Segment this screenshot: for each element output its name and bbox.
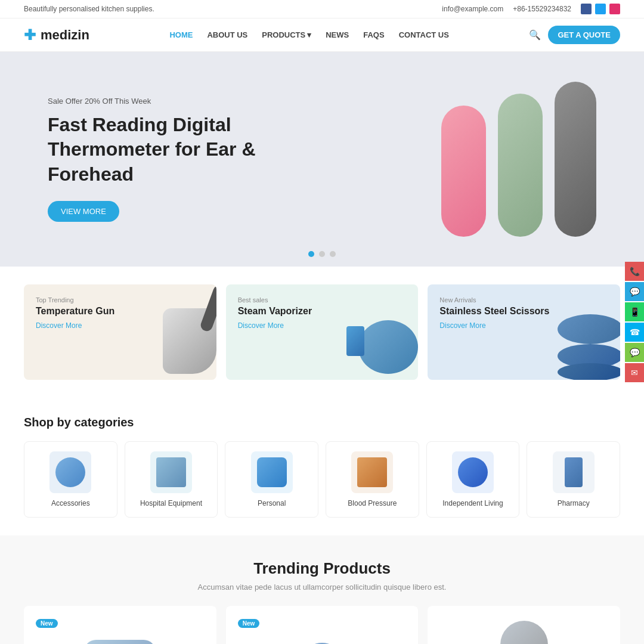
top-bar: Beautifully personalised kitchen supplie…: [0, 0, 644, 18]
search-button[interactable]: 🔍: [529, 29, 541, 41]
personal-image: [251, 451, 293, 493]
hero-banner: Sale Offer 20% Off This Week Fast Readin…: [0, 52, 644, 267]
thermometer-green: [498, 94, 543, 237]
floating-whatsapp-button[interactable]: 📱: [625, 302, 644, 321]
floating-email-button[interactable]: ✉: [625, 363, 644, 382]
floating-sidebar: 📞 💬 📱 ☎ 💬 ✉: [625, 262, 644, 382]
nav-home[interactable]: HOME: [169, 30, 193, 39]
category-living[interactable]: Independent Living: [426, 441, 520, 518]
category-pharmacy[interactable]: Pharmacy: [527, 441, 620, 518]
dot-3[interactable]: [330, 251, 336, 257]
trending-card-3: [428, 606, 620, 644]
phone-contact[interactable]: +86-15529234832: [513, 5, 571, 13]
personal-label: Personal: [258, 499, 286, 507]
trending-product-image: [151, 302, 216, 380]
trending-product-1: [36, 634, 205, 644]
nav-contact[interactable]: CONTACT US: [399, 30, 449, 39]
phone-icon: 📞: [630, 267, 640, 276]
accessories-label: Accessories: [51, 499, 90, 507]
floating-chat-button[interactable]: 💬: [625, 282, 644, 301]
nav-news[interactable]: NEWS: [326, 30, 349, 39]
trending-subtitle: Accumsan vitae pede lacus ut ullamcorper…: [24, 583, 620, 592]
categories-section: Shop by categories Accessories Hospital …: [0, 398, 644, 535]
living-label: Independent Living: [442, 499, 503, 507]
trending-section: Trending Products Accumsan vitae pede la…: [0, 535, 644, 644]
main-nav: HOME ABOUT US PRODUCTS ▾ NEWS FAQS CONTA…: [169, 30, 449, 39]
trending-product-2: [238, 634, 407, 644]
hero-view-more-button[interactable]: VIEW MORE: [48, 201, 119, 222]
hospital-label: Hospital Equipment: [140, 499, 202, 507]
hero-dots: [308, 251, 336, 257]
chevron-down-icon: ▾: [307, 30, 311, 39]
logo-text: medizin: [41, 27, 89, 43]
social-icons: [581, 4, 620, 14]
nav-faqs[interactable]: FAQS: [363, 30, 384, 39]
logo[interactable]: ✚ medizin: [24, 27, 89, 44]
hospital-image: [150, 451, 192, 493]
accessories-image: [49, 451, 91, 493]
floating-phone-button[interactable]: 📞: [625, 262, 644, 281]
email-contact[interactable]: info@example.com: [442, 5, 503, 13]
featured-grid: Top Trending Temperature Gun Discover Mo…: [24, 284, 620, 380]
floating-skype-button[interactable]: ☎: [625, 323, 644, 342]
whatsapp-icon: 📱: [630, 307, 640, 317]
bestsales-product-image: [352, 302, 418, 380]
new-badge-1: New: [36, 619, 58, 628]
category-accessories[interactable]: Accessories: [24, 441, 117, 518]
trending-card-2: New: [226, 606, 419, 644]
top-bar-right: info@example.com +86-15529234832: [442, 4, 620, 14]
featured-section: Top Trending Temperature Gun Discover Mo…: [0, 267, 644, 398]
get-quote-button[interactable]: GET A QUOTE: [548, 26, 620, 44]
skype-icon: ☎: [630, 327, 640, 337]
header: ✚ medizin HOME ABOUT US PRODUCTS ▾ NEWS …: [0, 18, 644, 52]
thermometer-gray: [555, 82, 596, 237]
dot-1[interactable]: [308, 251, 314, 257]
blood-pressure-image: [351, 451, 393, 493]
trending-title: Trending Products: [24, 559, 620, 578]
new-badge-2: New: [238, 619, 260, 628]
dot-2[interactable]: [319, 251, 325, 257]
header-right: 🔍 GET A QUOTE: [529, 26, 620, 44]
categories-title: Shop by categories: [24, 416, 620, 429]
featured-card-bestsales: Best sales Steam Vaporizer Discover More: [226, 284, 419, 380]
featured-card-trending: Top Trending Temperature Gun Discover Mo…: [24, 284, 216, 380]
wechat-icon: 💬: [630, 348, 640, 357]
nav-about[interactable]: ABOUT US: [207, 30, 247, 39]
featured-card-newarrivals: New Arrivals Stainless Steel Scissors Di…: [428, 284, 620, 380]
category-hospital[interactable]: Hospital Equipment: [125, 441, 218, 518]
facebook-icon[interactable]: [581, 4, 592, 14]
tagline: Beautifully personalised kitchen supplie…: [24, 5, 154, 13]
instagram-icon[interactable]: [609, 4, 620, 14]
categories-grid: Accessories Hospital Equipment Personal …: [24, 441, 620, 518]
trending-header: Trending Products Accumsan vitae pede la…: [24, 559, 620, 592]
hero-sale-text: Sale Offer 20% Off This Week: [48, 97, 298, 106]
hero-title: Fast Reading Digital Thermometer for Ear…: [48, 113, 298, 187]
blood-shape: [357, 457, 387, 487]
living-shape: [458, 457, 488, 487]
pharmacy-shape: [565, 457, 583, 487]
living-image: [452, 451, 494, 493]
category-blood-pressure[interactable]: Blood Pressure: [326, 441, 419, 518]
hero-image: [441, 82, 596, 237]
hero-text: Sale Offer 20% Off This Week Fast Readin…: [48, 97, 298, 222]
logo-plus-icon: ✚: [24, 27, 36, 44]
hospital-shape: [156, 457, 186, 487]
trending-grid: New New: [24, 606, 620, 644]
newarrivals-product-image: [555, 302, 620, 380]
floating-wechat-button[interactable]: 💬: [625, 343, 644, 362]
chat-icon: 💬: [630, 287, 640, 296]
accessories-shape: [55, 457, 85, 487]
personal-shape: [257, 457, 287, 487]
blood-pressure-label: Blood Pressure: [348, 499, 397, 507]
nav-products[interactable]: PRODUCTS ▾: [262, 30, 311, 39]
pharmacy-label: Pharmacy: [558, 499, 590, 507]
trending-product-3: [439, 618, 608, 644]
email-icon: ✉: [631, 368, 638, 377]
pharmacy-image: [553, 451, 595, 493]
twitter-icon[interactable]: [595, 4, 606, 14]
thermometer-pink: [441, 106, 486, 237]
trending-card-1: New: [24, 606, 216, 644]
category-personal[interactable]: Personal: [225, 441, 318, 518]
